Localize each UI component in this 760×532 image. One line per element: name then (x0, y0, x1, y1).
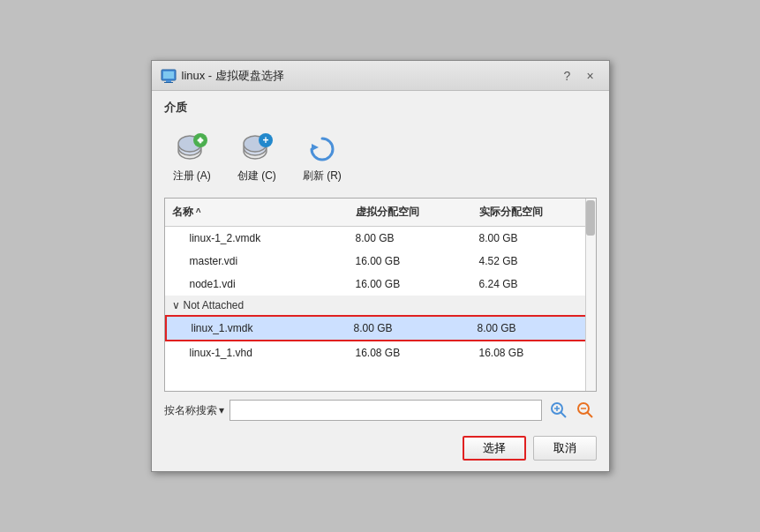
create-icon: + (239, 131, 275, 165)
titlebar: linux - 虚拟硬盘选择 ? × (152, 61, 609, 91)
cell-virtual: 16.00 GB (349, 275, 472, 293)
cell-actual: 6.24 GB (472, 275, 596, 293)
svg-line-21 (587, 413, 592, 418)
col-name: 名称 ^ (165, 202, 349, 222)
app-icon (161, 68, 177, 84)
cell-virtual: 16.00 GB (349, 252, 472, 270)
col-actual: 实际分配空间 (472, 202, 596, 222)
table-row[interactable]: linux-1_2.vmdk 8.00 GB 8.00 GB (165, 227, 596, 250)
close-button[interactable]: × (581, 66, 600, 86)
cell-name: linux-1_1.vhd (165, 344, 349, 362)
table-body: linux-1_2.vmdk 8.00 GB 8.00 GB master.vd… (165, 227, 596, 392)
register-label: 注册 (A) (173, 169, 211, 184)
cell-name: linux_1.vmdk (167, 319, 347, 337)
toolbar: 注册 (A) + 创建 (C) 刷新 (R) (152, 121, 609, 198)
search-bar: 按名称搜索 ▾ (152, 392, 609, 429)
table-row-selected[interactable]: linux_1.vmdk 8.00 GB 8.00 GB (165, 315, 596, 341)
disk-table: 名称 ^ 虚拟分配空间 实际分配空间 linux-1_2.vmdk 8.00 G… (164, 198, 597, 392)
cell-actual: 16.08 GB (472, 344, 596, 362)
table-row[interactable]: master.vdi 16.00 GB 4.52 GB (165, 250, 596, 273)
svg-line-17 (561, 413, 566, 418)
create-label: 创建 (C) (237, 169, 276, 184)
svg-rect-2 (166, 80, 171, 82)
cell-virtual: 16.08 GB (349, 344, 472, 362)
cell-name: node1.vdi (165, 275, 349, 293)
search-next-icon[interactable] (574, 399, 597, 422)
table-row[interactable]: linux-1_1.vhd 16.08 GB 16.08 GB (165, 341, 596, 364)
refresh-label: 刷新 (R) (303, 169, 342, 184)
table-header: 名称 ^ 虚拟分配空间 实际分配空间 (165, 199, 596, 227)
cell-virtual: 8.00 GB (349, 229, 472, 247)
create-button[interactable]: + 创建 (C) (229, 126, 285, 189)
svg-text:+: + (262, 134, 268, 146)
register-icon (174, 131, 209, 165)
chevron-down-icon: ∨ (172, 299, 180, 311)
dialog: linux - 虚拟硬盘选择 ? × 介质 注册 (A) (151, 60, 610, 472)
titlebar-left: linux - 虚拟硬盘选择 (161, 68, 284, 84)
refresh-icon (305, 131, 340, 165)
scrollbar[interactable] (585, 199, 596, 391)
select-button[interactable]: 选择 (463, 436, 526, 461)
search-icons (547, 399, 597, 422)
search-prev-icon[interactable] (547, 399, 570, 422)
cell-actual: 8.00 GB (472, 229, 596, 247)
help-button[interactable]: ? (558, 66, 577, 86)
cancel-button[interactable]: 取消 (533, 436, 597, 461)
search-input[interactable] (230, 400, 542, 421)
register-button[interactable]: 注册 (A) (164, 126, 220, 189)
search-dropdown-arrow[interactable]: ▾ (219, 404, 224, 416)
titlebar-title: linux - 虚拟硬盘选择 (182, 68, 284, 84)
footer: 选择 取消 (152, 429, 609, 471)
group-not-attached[interactable]: ∨ Not Attached (165, 296, 596, 315)
cell-name: master.vdi (165, 252, 349, 270)
search-label: 按名称搜索 ▾ (164, 403, 224, 418)
cell-virtual: 8.00 GB (347, 319, 470, 337)
refresh-button[interactable]: 刷新 (R) (294, 126, 350, 189)
titlebar-buttons: ? × (558, 66, 600, 86)
cell-actual: 4.52 GB (472, 252, 596, 270)
scrollbar-thumb (586, 200, 595, 236)
svg-rect-1 (163, 71, 174, 79)
cell-actual: 8.00 GB (470, 319, 594, 337)
group-label: Not Attached (184, 299, 245, 311)
svg-rect-3 (164, 82, 173, 83)
cell-name: linux-1_2.vmdk (165, 229, 349, 247)
table-row[interactable]: node1.vdi 16.00 GB 6.24 GB (165, 273, 596, 296)
svg-rect-9 (199, 138, 202, 144)
svg-marker-15 (312, 144, 319, 151)
section-label: 介质 (152, 91, 609, 121)
col-virtual: 虚拟分配空间 (349, 202, 472, 222)
